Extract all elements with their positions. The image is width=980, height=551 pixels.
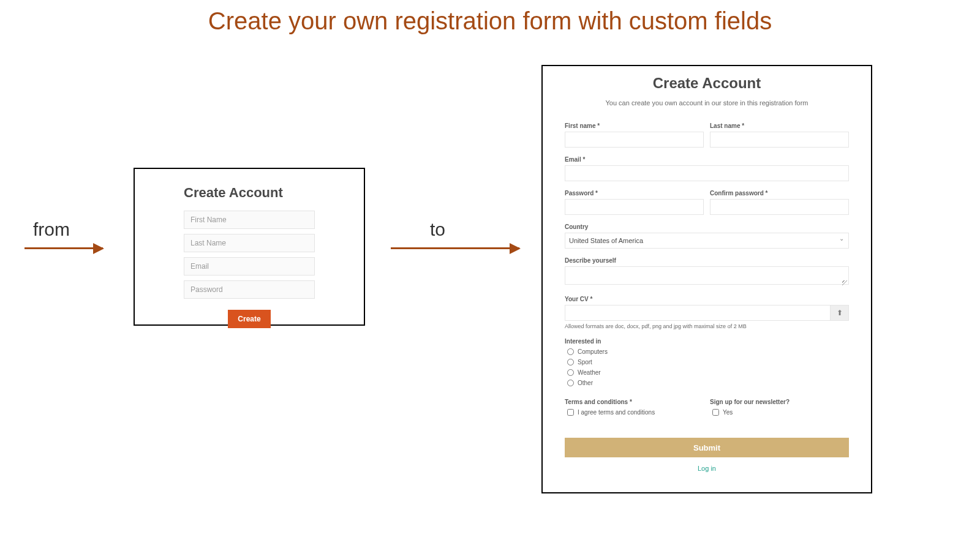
interest-option-weather[interactable]: Weather (567, 369, 849, 376)
adv-first-name-field[interactable] (565, 132, 704, 148)
newsletter-checkbox-label: Yes (723, 409, 733, 416)
country-select[interactable]: United States of America (565, 233, 849, 249)
arrow-to-icon (391, 247, 519, 249)
email-field[interactable] (184, 257, 315, 276)
newsletter-label: Sign up for our newsletter? (710, 399, 849, 405)
upload-button[interactable]: ⬆ (831, 305, 849, 321)
advanced-form-title: Create Account (565, 75, 849, 92)
last-name-label: Last name * (710, 122, 849, 129)
terms-label: Terms and conditions * (565, 399, 704, 405)
password-label: Password * (565, 190, 704, 197)
advanced-form-subtitle: You can create you own account in our st… (565, 99, 849, 107)
describe-textarea[interactable] (565, 266, 849, 285)
password-field[interactable] (184, 280, 315, 299)
country-label: Country (565, 223, 849, 230)
confirm-password-label: Confirm password * (710, 190, 849, 197)
create-button[interactable]: Create (228, 310, 270, 328)
first-name-field[interactable] (184, 211, 315, 229)
terms-checkbox[interactable] (567, 409, 574, 416)
terms-checkbox-label: I agree terms and conditions (578, 409, 655, 416)
login-link[interactable]: Log in (565, 465, 849, 472)
email-label: Email * (565, 156, 849, 163)
first-name-label: First name * (565, 122, 704, 129)
interest-label: Computers (578, 348, 608, 355)
cv-file-field[interactable] (565, 305, 831, 321)
interest-radio[interactable] (567, 359, 574, 365)
interest-label: Other (578, 380, 593, 386)
interest-radio[interactable] (567, 380, 574, 386)
cv-label: Your CV * (565, 296, 849, 302)
adv-password-field[interactable] (565, 199, 704, 215)
page-title: Create your own registration form with c… (0, 7, 980, 35)
terms-checkbox-row[interactable]: I agree terms and conditions (567, 409, 704, 416)
arrow-from-icon (24, 247, 103, 249)
interested-label: Interested in (565, 338, 849, 345)
interest-label: Weather (578, 369, 601, 376)
newsletter-checkbox-row[interactable]: Yes (712, 409, 849, 416)
interest-option-other[interactable]: Other (567, 380, 849, 386)
adv-confirm-password-field[interactable] (710, 199, 849, 215)
submit-button[interactable]: Submit (565, 438, 849, 457)
adv-email-field[interactable] (565, 165, 849, 181)
to-label: to (430, 219, 445, 240)
advanced-form-panel: Create Account You can create you own ac… (541, 65, 872, 493)
interest-label: Sport (578, 359, 592, 365)
from-label: from (33, 219, 70, 240)
cv-help-text: Allowed formats are doc, docx, pdf, png … (565, 323, 849, 329)
interest-option-sport[interactable]: Sport (567, 359, 849, 365)
describe-label: Describe yourself (565, 257, 849, 264)
adv-last-name-field[interactable] (710, 132, 849, 148)
interest-radio[interactable] (567, 348, 574, 355)
newsletter-checkbox[interactable] (712, 409, 719, 416)
simple-form-title: Create Account (184, 185, 315, 201)
last-name-field[interactable] (184, 234, 315, 252)
interest-option-computers[interactable]: Computers (567, 348, 849, 355)
upload-icon: ⬆ (837, 309, 843, 317)
simple-form-panel: Create Account Create (134, 168, 365, 326)
interest-radio[interactable] (567, 369, 574, 376)
